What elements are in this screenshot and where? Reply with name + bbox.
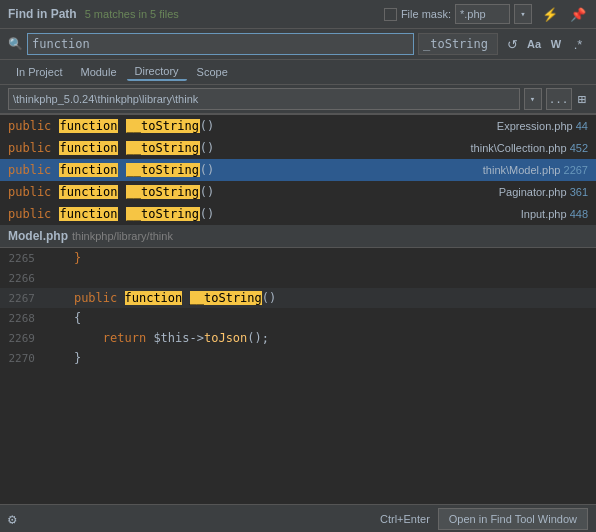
directory-dropdown[interactable]: ▾	[524, 88, 542, 110]
match-case-icon[interactable]: Aa	[524, 34, 544, 54]
result-code: public function __toString()	[8, 119, 497, 133]
line-number: 2268	[0, 312, 45, 325]
search-row: 🔍 ↺ Aa W .*	[0, 29, 596, 60]
line-content: }	[45, 351, 81, 365]
code-line-2267: 2267 public function __toString()	[0, 288, 596, 308]
dialog-title: Find in Path	[8, 7, 77, 21]
find-in-path-dialog: Find in Path 5 matches in 5 files File m…	[0, 0, 596, 532]
result-code: public function __toString()	[8, 185, 499, 199]
file-mask-checkbox[interactable]	[384, 8, 397, 21]
tab-in-project[interactable]: In Project	[8, 64, 70, 80]
result-file: Expression.php 44	[497, 120, 588, 132]
match-count: 5 matches in 5 files	[85, 8, 179, 20]
result-file: Input.php 448	[521, 208, 588, 220]
file-mask-group: File mask: ▾	[384, 4, 532, 24]
search-input-function[interactable]	[27, 33, 414, 55]
code-line-2266: 2266	[0, 268, 596, 288]
result-item[interactable]: public function __toString() think\Colle…	[0, 137, 596, 159]
line-content: return $this->toJson();	[45, 331, 269, 345]
code-line-2265: 2265 }	[0, 248, 596, 268]
line-number: 2267	[0, 292, 45, 305]
shortcut-label: Ctrl+Enter	[380, 513, 430, 525]
tab-module[interactable]: Module	[72, 64, 124, 80]
result-code: public function __toString()	[8, 207, 521, 221]
find-header: Find in Path 5 matches in 5 files File m…	[0, 0, 596, 29]
code-header: Model.php thinkphp/library/think	[0, 225, 596, 248]
open-in-find-window-button[interactable]: Open in Find Tool Window	[438, 508, 588, 530]
tab-scope[interactable]: Scope	[189, 64, 236, 80]
result-item-selected[interactable]: public function __toString() think\Model…	[0, 159, 596, 181]
line-content: public function __toString()	[45, 291, 276, 305]
line-content: {	[45, 311, 81, 325]
regex-icon[interactable]: .*	[568, 34, 588, 54]
result-item[interactable]: public function __toString() Paginator.p…	[0, 181, 596, 203]
search-input-tostring[interactable]	[418, 33, 498, 55]
directory-path-row: ▾ ... ⊞	[0, 85, 596, 114]
line-number: 2270	[0, 352, 45, 365]
refresh-icon[interactable]: ↺	[502, 34, 522, 54]
search-actions: ↺ Aa W .*	[502, 34, 588, 54]
result-file: think\Collection.php 452	[471, 142, 588, 154]
pin-icon[interactable]: 📌	[568, 4, 588, 24]
tabs-row: In Project Module Directory Scope	[0, 60, 596, 85]
tab-directory[interactable]: Directory	[127, 63, 187, 81]
file-mask-label: File mask:	[401, 8, 451, 20]
whole-word-icon[interactable]: W	[546, 34, 566, 54]
bottom-bar: ⚙ Ctrl+Enter Open in Find Tool Window	[0, 504, 596, 532]
filter-icon[interactable]: ⚡	[540, 4, 560, 24]
code-filepath: thinkphp/library/think	[72, 230, 173, 242]
directory-browse-button[interactable]: ...	[546, 88, 572, 110]
results-section: public function __toString() Expression.…	[0, 115, 596, 225]
code-line-2268: 2268 {	[0, 308, 596, 328]
result-code: public function __toString()	[8, 141, 471, 155]
line-content: }	[45, 251, 81, 265]
code-line-2269: 2269 return $this->toJson();	[0, 328, 596, 348]
result-item[interactable]: public function __toString() Expression.…	[0, 115, 596, 137]
file-mask-dropdown[interactable]: ▾	[514, 4, 532, 24]
directory-path-input[interactable]	[8, 88, 520, 110]
find-panel: Find in Path 5 matches in 5 files File m…	[0, 0, 596, 115]
code-lines: 2265 } 2266 2267 public function __toStr…	[0, 248, 596, 368]
result-file: Paginator.php 361	[499, 186, 588, 198]
code-section: Model.php thinkphp/library/think 2265 } …	[0, 225, 596, 504]
line-number: 2265	[0, 252, 45, 265]
line-number: 2266	[0, 272, 45, 285]
result-code: public function __toString()	[8, 163, 483, 177]
settings-icon[interactable]: ⚙	[8, 511, 16, 527]
result-file: think\Model.php 2267	[483, 164, 588, 176]
search-icon: 🔍	[8, 37, 23, 51]
file-mask-input[interactable]	[455, 4, 510, 24]
directory-grid-icon[interactable]: ⊞	[576, 89, 588, 109]
result-item[interactable]: public function __toString() Input.php 4…	[0, 203, 596, 225]
code-line-2270: 2270 }	[0, 348, 596, 368]
code-filename: Model.php	[8, 229, 68, 243]
line-number: 2269	[0, 332, 45, 345]
